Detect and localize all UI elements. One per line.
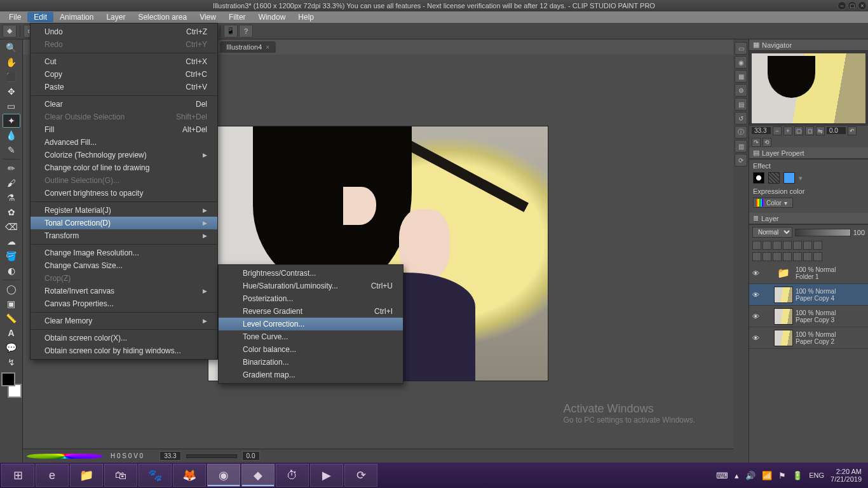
status-zoom-value[interactable]: 33.3: [159, 451, 180, 461]
menu-edit[interactable]: Edit: [27, 12, 53, 22]
start-button[interactable]: ⊞: [1, 464, 34, 487]
layer-row[interactable]: 👁100 % NormalPaper Copy 3: [749, 306, 868, 327]
taskbar-firefox-icon[interactable]: 🦊: [173, 464, 206, 487]
layer-clip-icon[interactable]: [752, 241, 761, 250]
fill-tool-icon[interactable]: 🪣: [3, 249, 20, 263]
opacity-value[interactable]: 100: [853, 229, 865, 236]
maximize-button[interactable]: ▢: [848, 1, 857, 10]
panel-item-icon[interactable]: ▥: [735, 140, 747, 152]
edit-menu-item[interactable]: Change Canvas Size...: [31, 259, 217, 272]
eraser-tool-icon[interactable]: ⌫: [3, 220, 20, 234]
visibility-toggle-icon[interactable]: 👁: [751, 313, 760, 320]
panel-brushsize-icon[interactable]: ◉: [735, 56, 747, 69]
tonal-submenu-item[interactable]: Hue/Saturation/Luminosity...Ctrl+U: [219, 280, 403, 292]
visibility-toggle-icon[interactable]: 👁: [751, 269, 760, 277]
layer-row[interactable]: 👁100 % NormalPaper Copy 4: [749, 284, 868, 306]
new-folder-icon[interactable]: [763, 252, 771, 261]
navigator-header[interactable]: ▦ Navigator: [749, 39, 868, 51]
edit-menu-item[interactable]: ClearDel: [31, 98, 217, 111]
tonal-submenu-item[interactable]: Binarization...: [219, 356, 403, 369]
edit-menu-item[interactable]: CopyCtrl+C: [31, 68, 217, 81]
taskbar-ie-icon[interactable]: e: [36, 464, 69, 487]
blend-mode-dropdown[interactable]: Normal: [752, 227, 792, 238]
gradient-tool-icon[interactable]: ◐: [3, 264, 20, 278]
menu-window[interactable]: Window: [252, 12, 292, 22]
layer-mask-icon[interactable]: [793, 241, 802, 250]
layer-panel-header[interactable]: ≣ Layer: [749, 213, 868, 224]
marquee-tool-icon[interactable]: ▭: [3, 99, 20, 113]
menu-help[interactable]: Help: [292, 12, 320, 22]
figure-tool-icon[interactable]: ◯: [3, 282, 20, 296]
clipstudio-icon[interactable]: ◆: [3, 25, 17, 37]
edit-menu-item[interactable]: Transform▶: [31, 229, 217, 242]
help-button[interactable]: ?: [239, 25, 253, 37]
tray-chevron-icon[interactable]: ▴: [735, 471, 739, 480]
nav-zoom-in-icon[interactable]: +: [783, 126, 792, 135]
tonal-submenu-item[interactable]: Tone Curve...: [219, 330, 403, 343]
edit-menu-item[interactable]: Convert brightness to opacity: [31, 187, 217, 200]
edit-menu-item[interactable]: Clear Memory▶: [31, 315, 217, 327]
taskbar-app1-icon[interactable]: 🐾: [139, 464, 172, 487]
decoration-tool-icon[interactable]: ✿: [3, 205, 20, 219]
edit-menu-item[interactable]: Obtain screen color by hiding windows...: [31, 344, 217, 357]
panel-history-icon[interactable]: ↺: [735, 112, 747, 125]
color-swatch[interactable]: [1, 372, 22, 398]
effect-tone-icon[interactable]: [768, 172, 780, 184]
edit-menu-item[interactable]: Colorize (Technology preview)▶: [31, 149, 217, 161]
pencil-tool-icon[interactable]: ✏: [3, 161, 20, 175]
battery-icon[interactable]: 🔋: [792, 471, 803, 480]
edit-menu-item[interactable]: Change color of line to drawing: [31, 161, 217, 174]
brush-tool-icon[interactable]: 🖌: [3, 176, 20, 190]
close-button[interactable]: ×: [858, 1, 867, 10]
color-wheel-icon[interactable]: [27, 454, 103, 459]
document-tab[interactable]: Illustration4 ×: [220, 41, 276, 53]
dropdown-arrow-icon[interactable]: ▾: [799, 174, 803, 182]
eyedropper-tool-icon[interactable]: 💧: [3, 128, 20, 142]
taskbar-explorer-icon[interactable]: 📁: [70, 464, 103, 487]
zoom-tool-icon[interactable]: 🔍: [3, 41, 20, 55]
action-center-icon[interactable]: ⚑: [778, 471, 786, 480]
transfer-down-icon[interactable]: [773, 252, 782, 261]
navigator-zoom-value[interactable]: 33.3: [752, 127, 771, 134]
network-icon[interactable]: 📶: [762, 471, 772, 480]
nav-flip-icon[interactable]: ⇋: [816, 126, 825, 135]
layer-ruler-icon[interactable]: [803, 241, 812, 250]
edit-menu-item[interactable]: CutCtrl+X: [31, 55, 217, 68]
panel-color-icon[interactable]: ▦: [735, 70, 747, 83]
nav-rot-ccw-icon[interactable]: ↶: [848, 126, 857, 135]
menu-filter[interactable]: Filter: [222, 12, 252, 22]
taskbar-wpm-icon[interactable]: ⏱: [276, 464, 309, 487]
layer-lock-icon[interactable]: [783, 241, 792, 250]
layer-color-icon[interactable]: [813, 241, 822, 250]
smartphone-icon[interactable]: 📱: [224, 25, 238, 37]
language-indicator[interactable]: ENG: [809, 471, 824, 479]
tonal-submenu-item[interactable]: Level Correction...: [219, 318, 403, 330]
layer-row[interactable]: 👁100 % NormalPaper Copy 2: [749, 327, 868, 349]
menu-selection-area[interactable]: Selection area: [132, 12, 193, 22]
edit-menu-item[interactable]: Register Material(J)▶: [31, 204, 217, 217]
airbrush-tool-icon[interactable]: ⚗: [3, 191, 20, 205]
status-rotate-value[interactable]: 0.0: [242, 451, 260, 461]
menu-layer[interactable]: Layer: [100, 12, 132, 22]
foreground-color-icon[interactable]: [1, 372, 15, 386]
panel-toolprop-icon[interactable]: ⚙: [735, 84, 747, 97]
tonal-submenu-item[interactable]: Posterization...: [219, 292, 403, 305]
navigator-thumbnail[interactable]: [749, 51, 868, 126]
move-tool-icon[interactable]: ✋: [3, 55, 20, 69]
visibility-toggle-icon[interactable]: 👁: [751, 334, 760, 342]
taskbar-media-icon[interactable]: ▶: [310, 464, 343, 487]
nav-rot-reset-icon[interactable]: ⟲: [763, 138, 771, 147]
auto-select-tool-icon[interactable]: ✦: [3, 114, 20, 128]
tonal-submenu-item[interactable]: Reverse GradientCtrl+I: [219, 305, 403, 318]
nav-100-icon[interactable]: ◻: [805, 126, 814, 135]
visibility-toggle-icon[interactable]: 👁: [751, 291, 760, 299]
close-tab-icon[interactable]: ×: [266, 44, 269, 51]
effect-border-icon[interactable]: [753, 172, 764, 184]
menu-view[interactable]: View: [193, 12, 222, 22]
nav-zoom-out-icon[interactable]: −: [773, 126, 782, 135]
tonal-submenu-item[interactable]: Gradient map...: [219, 369, 403, 381]
edit-menu-item[interactable]: Change Image Resolution...: [31, 247, 217, 259]
balloon-tool-icon[interactable]: 💬: [3, 341, 20, 355]
edit-menu-item[interactable]: FillAlt+Del: [31, 123, 217, 136]
apply-mask-icon[interactable]: [803, 252, 812, 261]
